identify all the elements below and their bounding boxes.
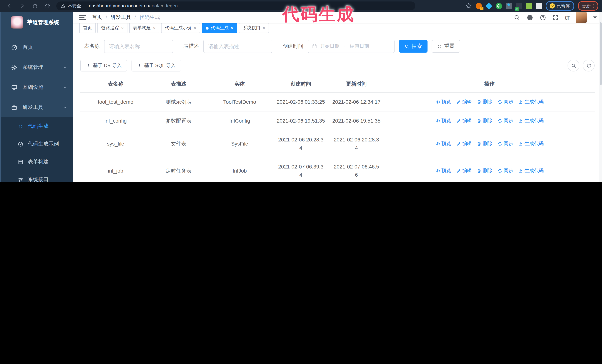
font-size-icon[interactable]: tT — [565, 14, 570, 21]
reset-button[interactable]: 重置 — [431, 40, 460, 52]
close-icon[interactable]: × — [194, 26, 196, 30]
extension-icon-2[interactable] — [485, 3, 492, 10]
dashboard-icon — [11, 44, 17, 51]
download-icon — [518, 168, 523, 173]
update-button[interactable]: 更新 — [578, 1, 598, 11]
delete-link[interactable]: 删除 — [477, 117, 493, 125]
breadcrumb-devtools[interactable]: 研发工具 — [110, 14, 131, 21]
extension-icon-3[interactable] — [495, 3, 502, 9]
sync-link[interactable]: 同步 — [497, 117, 513, 125]
help-icon[interactable] — [540, 14, 546, 21]
security-label: 不安全 — [68, 3, 81, 9]
refresh-table-button[interactable] — [583, 60, 595, 72]
generate-code-link[interactable]: 生成代码 — [518, 98, 544, 106]
table-header-row: 表名称 表描述 实体 创建时间 更新时间 操作 — [80, 76, 595, 93]
address-bar[interactable]: 不安全 dashboard.yudao.iocoder.cn/tool/code… — [56, 1, 415, 10]
extension-icon-5[interactable]: on — [516, 3, 522, 9]
toggle-search-button[interactable] — [568, 60, 580, 72]
sidebar-item-codegen[interactable]: 代码生成 — [1, 117, 73, 135]
sync-icon — [497, 168, 502, 173]
preview-link[interactable]: 预览 — [435, 140, 451, 148]
edit-link[interactable]: 编辑 — [456, 117, 472, 125]
close-icon[interactable]: × — [121, 26, 124, 30]
delete-link[interactable]: 删除 — [477, 98, 493, 106]
browser-menu-icon[interactable] — [593, 4, 594, 8]
tab-tracing[interactable]: 链路追踪× — [97, 23, 128, 33]
import-sql-button[interactable]: 基于 SQL 导入 — [132, 60, 181, 72]
hamburger-icon[interactable] — [79, 15, 86, 20]
sync-icon — [497, 141, 502, 146]
codegen-table: 表名称 表描述 实体 创建时间 更新时间 操作 tool_test_demo 测… — [80, 76, 595, 182]
refresh-icon — [437, 44, 442, 49]
close-icon[interactable]: × — [263, 26, 265, 30]
chevron-down-icon — [63, 85, 67, 90]
calendar-icon — [312, 44, 317, 49]
breadcrumb-current: 代码生成 — [139, 14, 160, 21]
delete-link[interactable]: 删除 — [477, 140, 493, 148]
app-logo[interactable]: 芋道管理系统 — [1, 12, 73, 32]
preview-link[interactable]: 预览 — [435, 167, 451, 175]
generate-code-link[interactable]: 生成代码 — [518, 117, 544, 125]
edit-link[interactable]: 编辑 — [456, 167, 472, 175]
sync-link[interactable]: 同步 — [497, 140, 513, 148]
monitor-icon — [11, 84, 17, 91]
sync-link[interactable]: 同步 — [497, 167, 513, 175]
edit-link[interactable]: 编辑 — [456, 98, 472, 106]
eye-icon — [435, 118, 440, 123]
bookmark-star-icon[interactable] — [465, 3, 472, 9]
preview-link[interactable]: 预览 — [435, 98, 451, 106]
extension-icon-7[interactable] — [536, 3, 542, 9]
sidebar-item-system[interactable]: 系统管理 — [1, 57, 73, 77]
sync-link[interactable]: 同步 — [497, 98, 513, 106]
table-desc-input[interactable] — [203, 40, 272, 53]
browser-forward-button[interactable] — [19, 2, 26, 10]
tab-system-api[interactable]: 系统接口× — [239, 23, 269, 33]
trash-icon — [477, 99, 481, 104]
browser-back-button[interactable] — [6, 2, 13, 10]
close-icon[interactable]: × — [231, 26, 233, 30]
search-button[interactable]: 搜索 — [399, 40, 428, 52]
extension-icon-6[interactable] — [526, 3, 532, 9]
fullscreen-icon[interactable] — [552, 14, 559, 21]
date-range-picker[interactable]: 开始日期 - 结束日期 — [308, 40, 395, 53]
paused-badge[interactable]: 已暂停 — [546, 1, 574, 11]
form-icon — [18, 159, 23, 165]
sidebar-item-home[interactable]: 首页 — [1, 37, 73, 57]
eye-icon — [435, 99, 440, 104]
generate-code-link[interactable]: 生成代码 — [518, 167, 544, 175]
preview-link[interactable]: 预览 — [435, 117, 451, 125]
sidebar-item-system-api[interactable]: 系统接口 — [1, 171, 73, 182]
emoji-face-icon — [549, 3, 555, 9]
badge-check-icon — [18, 141, 23, 147]
close-icon[interactable]: × — [153, 26, 156, 30]
browser-home-button[interactable] — [44, 2, 51, 10]
search-icon — [405, 44, 409, 49]
extension-icon-1[interactable]: 1 — [475, 3, 482, 9]
download-icon — [518, 141, 523, 146]
scrollbar[interactable] — [599, 12, 602, 182]
search-icon[interactable] — [514, 14, 520, 21]
generate-code-link[interactable]: 生成代码 — [518, 140, 544, 148]
tab-codegen[interactable]: 代码生成× — [202, 23, 237, 33]
sidebar-item-infra[interactable]: 基础设施 — [1, 77, 73, 97]
edit-link[interactable]: 编辑 — [456, 140, 472, 148]
github-icon[interactable] — [527, 14, 533, 21]
scrollbar-thumb[interactable] — [600, 22, 602, 85]
table-name-input[interactable] — [104, 40, 173, 53]
breadcrumb-home[interactable]: 首页 — [92, 14, 102, 21]
browser-reload-button[interactable] — [31, 2, 39, 10]
import-db-button[interactable]: 基于 DB 导入 — [80, 60, 127, 72]
sidebar-item-devtools[interactable]: 研发工具 — [1, 97, 73, 117]
search-icon — [571, 63, 576, 68]
sidebar-item-codegen-example[interactable]: 代码生成示例 — [1, 135, 73, 153]
tab-form-builder[interactable]: 表单构建× — [129, 23, 159, 33]
avatar[interactable] — [576, 12, 587, 23]
tab-codegen-example[interactable]: 代码生成示例× — [161, 23, 200, 33]
sidebar-item-form-builder[interactable]: 表单构建 — [1, 153, 73, 171]
chevron-down-icon[interactable] — [593, 16, 597, 19]
main-area: 首页 / 研发工具 / 代码生成 tT 首页 链路追 — [73, 12, 602, 182]
extension-icon-4[interactable] — [505, 3, 512, 9]
tab-home[interactable]: 首页 — [79, 23, 96, 33]
table-toolbar: 基于 DB 导入 基于 SQL 导入 — [80, 60, 595, 72]
delete-link[interactable]: 删除 — [477, 167, 493, 175]
